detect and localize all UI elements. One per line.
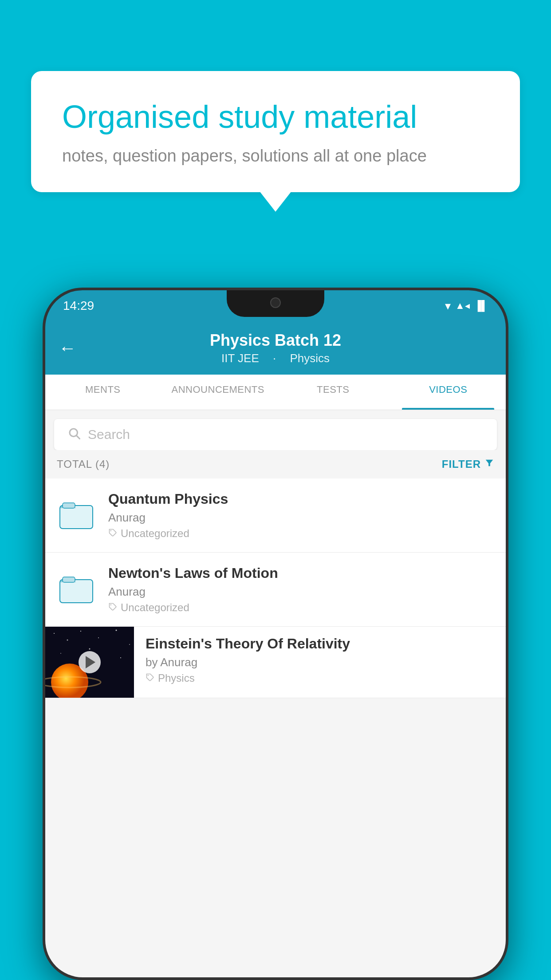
- tag1: IIT JEE: [221, 352, 259, 365]
- svg-point-8: [110, 605, 112, 606]
- svg-point-18: [120, 657, 121, 658]
- filter-label: FILTER: [442, 458, 481, 470]
- svg-point-17: [89, 648, 91, 650]
- filter-button[interactable]: FILTER: [442, 458, 494, 470]
- svg-point-21: [148, 675, 149, 676]
- list-item[interactable]: Quantum Physics Anurag Uncategorized: [45, 478, 506, 553]
- tag-icon: [108, 601, 117, 614]
- speech-bubble: Organised study material notes, question…: [31, 71, 520, 192]
- svg-point-10: [54, 633, 55, 634]
- camera: [270, 297, 281, 308]
- video-author: Anurag: [108, 585, 494, 599]
- svg-point-16: [60, 653, 61, 654]
- tag-icon: [146, 672, 154, 684]
- video-tag: Uncategorized: [108, 527, 494, 540]
- svg-point-11: [67, 640, 68, 641]
- filter-bar: TOTAL (4) FILTER: [45, 450, 506, 478]
- search-input[interactable]: Search: [88, 427, 130, 442]
- tab-ments[interactable]: MENTS: [45, 375, 161, 410]
- header-title: Physics Batch 12: [210, 331, 341, 350]
- vol-down-button: [43, 410, 44, 441]
- video-title: Newton's Laws of Motion: [108, 565, 494, 581]
- video-author: Anurag: [108, 511, 494, 525]
- svg-marker-2: [486, 460, 493, 466]
- phone-frame: 14:29 ▾ ▲◂ ▐▌ ← Physics Batch 12 IIT JEE…: [43, 288, 508, 980]
- bubble-subtitle: notes, question papers, solutions all at…: [62, 146, 489, 166]
- video-info: Quantum Physics Anurag Uncategorized: [108, 491, 494, 540]
- battery-icon: ▐▌: [474, 300, 488, 312]
- video-thumbnail: [45, 627, 134, 698]
- vol-up-button: [43, 370, 44, 401]
- status-time: 14:29: [63, 299, 94, 313]
- play-button[interactable]: [79, 651, 101, 673]
- wifi-icon: ▾: [445, 299, 451, 313]
- svg-rect-7: [63, 577, 75, 582]
- svg-rect-6: [60, 580, 93, 603]
- total-label: TOTAL (4): [57, 458, 110, 470]
- header-subtitle: IIT JEE · Physics: [216, 352, 335, 365]
- content-area: Search TOTAL (4) FILTER: [45, 410, 506, 977]
- app-header: ← Physics Batch 12 IIT JEE · Physics: [45, 321, 506, 375]
- list-item[interactable]: Newton's Laws of Motion Anurag Uncategor…: [45, 553, 506, 627]
- tab-announcements[interactable]: ANNOUNCEMENTS: [161, 375, 276, 410]
- video-info: Einstein's Theory Of Relativity by Anura…: [134, 627, 506, 693]
- search-bar[interactable]: Search: [54, 419, 497, 450]
- video-title: Quantum Physics: [108, 491, 494, 507]
- bubble-title: Organised study material: [62, 98, 489, 136]
- speech-bubble-container: Organised study material notes, question…: [31, 71, 520, 192]
- video-tag: Uncategorized: [108, 601, 494, 614]
- tag-icon: [108, 527, 117, 540]
- phone-notch: [227, 290, 324, 317]
- filter-icon: [484, 458, 494, 470]
- status-icons: ▾ ▲◂ ▐▌: [445, 299, 488, 313]
- tab-tests[interactable]: TESTS: [276, 375, 391, 410]
- video-tag: Physics: [146, 672, 497, 684]
- svg-point-12: [80, 631, 81, 632]
- svg-rect-3: [60, 506, 93, 529]
- search-icon: [67, 427, 81, 443]
- video-thumb: [57, 572, 97, 607]
- svg-point-13: [98, 637, 99, 638]
- video-list: Quantum Physics Anurag Uncategorized: [45, 478, 506, 698]
- video-title: Einstein's Theory Of Relativity: [146, 636, 497, 652]
- video-author: by Anurag: [146, 656, 497, 669]
- svg-point-5: [110, 530, 112, 532]
- tab-bar: MENTS ANNOUNCEMENTS TESTS VIDEOS: [45, 375, 506, 410]
- list-item[interactable]: Einstein's Theory Of Relativity by Anura…: [45, 627, 506, 698]
- video-thumb: [57, 498, 97, 533]
- back-button[interactable]: ←: [59, 338, 76, 358]
- svg-point-15: [129, 644, 130, 645]
- tab-videos[interactable]: VIDEOS: [391, 375, 506, 410]
- tag-separator: ·: [273, 352, 276, 365]
- power-button: [507, 392, 508, 437]
- tag2: Physics: [290, 352, 330, 365]
- svg-line-1: [77, 435, 80, 439]
- signal-icon: ▲◂: [455, 300, 470, 312]
- svg-point-14: [116, 630, 117, 631]
- video-info: Newton's Laws of Motion Anurag Uncategor…: [108, 565, 494, 614]
- svg-rect-4: [63, 503, 75, 508]
